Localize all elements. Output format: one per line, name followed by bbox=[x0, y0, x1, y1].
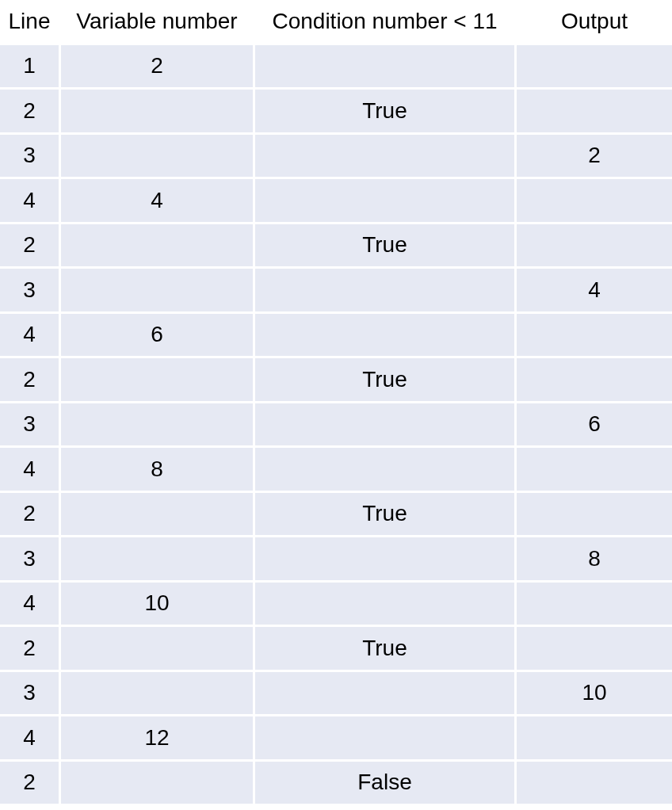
table-row: 46 bbox=[0, 314, 672, 359]
cell-condition bbox=[255, 672, 517, 717]
cell-variable bbox=[61, 627, 255, 672]
cell-line: 3 bbox=[0, 672, 61, 717]
table-row: 2True bbox=[0, 493, 672, 538]
cell-output bbox=[517, 762, 672, 807]
cell-line: 4 bbox=[0, 448, 61, 493]
table-header-row: Line Variable number Condition number < … bbox=[0, 0, 672, 45]
cell-condition bbox=[255, 314, 517, 359]
table-row: 12 bbox=[0, 45, 672, 90]
cell-condition bbox=[255, 45, 517, 90]
cell-line: 2 bbox=[0, 90, 61, 135]
cell-output bbox=[517, 358, 672, 403]
cell-variable bbox=[61, 403, 255, 449]
trace-table: Line Variable number Condition number < … bbox=[0, 0, 672, 806]
cell-variable bbox=[61, 269, 255, 314]
cell-condition: True bbox=[255, 224, 517, 269]
cell-output bbox=[517, 90, 672, 135]
table-row: 2True bbox=[0, 358, 672, 403]
cell-condition bbox=[255, 583, 517, 628]
cell-variable: 2 bbox=[61, 45, 255, 90]
header-line: Line bbox=[0, 0, 61, 45]
cell-line: 2 bbox=[0, 762, 61, 807]
cell-variable: 6 bbox=[61, 314, 255, 359]
cell-condition: False bbox=[255, 762, 517, 807]
cell-output: 4 bbox=[517, 269, 672, 314]
cell-output bbox=[517, 314, 672, 359]
cell-line: 2 bbox=[0, 627, 61, 672]
cell-output bbox=[517, 224, 672, 269]
cell-output bbox=[517, 627, 672, 672]
cell-condition bbox=[255, 179, 517, 224]
cell-condition bbox=[255, 403, 517, 449]
cell-condition: True bbox=[255, 358, 517, 403]
table-row: 2True bbox=[0, 224, 672, 269]
cell-output: 10 bbox=[517, 672, 672, 717]
table-row: 48 bbox=[0, 448, 672, 493]
table-row: 310 bbox=[0, 672, 672, 717]
cell-line: 1 bbox=[0, 45, 61, 90]
cell-line: 3 bbox=[0, 135, 61, 180]
cell-condition: True bbox=[255, 493, 517, 538]
table-row: 410 bbox=[0, 583, 672, 628]
cell-variable: 8 bbox=[61, 448, 255, 493]
cell-line: 4 bbox=[0, 583, 61, 628]
cell-line: 3 bbox=[0, 403, 61, 449]
cell-variable bbox=[61, 762, 255, 807]
cell-variable bbox=[61, 90, 255, 135]
table-row: 2True bbox=[0, 627, 672, 672]
cell-condition bbox=[255, 135, 517, 180]
cell-variable: 4 bbox=[61, 179, 255, 224]
cell-output bbox=[517, 583, 672, 628]
cell-variable: 12 bbox=[61, 716, 255, 762]
table-row: 412 bbox=[0, 716, 672, 762]
table-row: 32 bbox=[0, 135, 672, 180]
cell-line: 3 bbox=[0, 269, 61, 314]
cell-output bbox=[517, 448, 672, 493]
cell-variable bbox=[61, 224, 255, 269]
table-row: 44 bbox=[0, 179, 672, 224]
cell-output bbox=[517, 493, 672, 538]
cell-output: 2 bbox=[517, 135, 672, 180]
cell-line: 4 bbox=[0, 179, 61, 224]
cell-condition: True bbox=[255, 627, 517, 672]
cell-variable bbox=[61, 672, 255, 717]
cell-line: 4 bbox=[0, 314, 61, 359]
cell-variable bbox=[61, 493, 255, 538]
cell-condition bbox=[255, 537, 517, 583]
cell-variable bbox=[61, 135, 255, 180]
cell-output: 6 bbox=[517, 403, 672, 449]
cell-condition: True bbox=[255, 90, 517, 135]
cell-variable: 10 bbox=[61, 583, 255, 628]
cell-condition bbox=[255, 716, 517, 762]
header-condition: Condition number < 11 bbox=[255, 0, 517, 45]
cell-output bbox=[517, 716, 672, 762]
cell-line: 3 bbox=[0, 537, 61, 583]
cell-output bbox=[517, 179, 672, 224]
cell-line: 2 bbox=[0, 224, 61, 269]
cell-output bbox=[517, 45, 672, 90]
cell-condition bbox=[255, 448, 517, 493]
cell-output: 8 bbox=[517, 537, 672, 583]
table-row: 2False bbox=[0, 762, 672, 807]
table-row: 2True bbox=[0, 90, 672, 135]
table-row: 34 bbox=[0, 269, 672, 314]
cell-variable bbox=[61, 358, 255, 403]
header-output: Output bbox=[517, 0, 672, 45]
header-variable: Variable number bbox=[61, 0, 255, 45]
cell-line: 2 bbox=[0, 493, 61, 538]
cell-line: 4 bbox=[0, 716, 61, 762]
cell-variable bbox=[61, 537, 255, 583]
cell-line: 2 bbox=[0, 358, 61, 403]
table-row: 38 bbox=[0, 537, 672, 583]
table-row: 36 bbox=[0, 403, 672, 449]
cell-condition bbox=[255, 269, 517, 314]
